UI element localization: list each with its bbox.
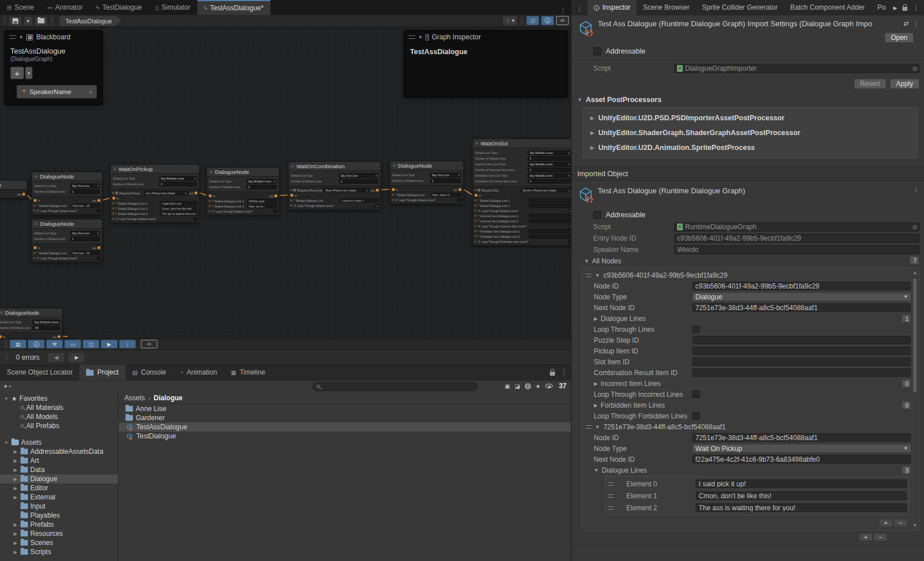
kebab-menu-icon[interactable]: ⋮: [561, 368, 568, 376]
field-value[interactable]: 7251e73e-38d3-44ff-a8c5-bcf54088aaf1: [692, 303, 911, 312]
field-port[interactable]: [34, 257, 35, 259]
tree-expand-icon[interactable]: ▶: [13, 477, 18, 482]
tree-item-all-materials[interactable]: All Materials: [0, 403, 118, 412]
tab-overflow[interactable]: Po: [871, 0, 892, 15]
drag-handle-icon[interactable]: [608, 482, 614, 486]
foldout-expand-icon[interactable]: ▶: [590, 130, 594, 136]
all-nodes-foldout[interactable]: ▼ All Nodes 7: [572, 255, 924, 266]
graph-node-wait-on-pickup[interactable]: ≡WaitOnPickupDefault Line TypeSay Multip…: [110, 164, 200, 223]
tab-scene-browser[interactable]: Scene Browser: [637, 0, 695, 15]
save-button[interactable]: [9, 17, 22, 26]
loop-checkbox[interactable]: [458, 198, 461, 202]
property-field[interactable]: 2: [246, 185, 277, 189]
field-value[interactable]: [692, 357, 911, 366]
bottom-tab-scene-object-locator[interactable]: Scene Object Locator: [0, 365, 79, 380]
property-field[interactable]: 1: [430, 178, 461, 183]
property-field[interactable]: -55: [33, 326, 60, 330]
asset-postprocessors-header[interactable]: ▼ Asset PostProcessors: [572, 92, 924, 106]
show-in-project-button[interactable]: [35, 17, 47, 26]
property-dropdown[interactable]: Say One Line▾: [70, 184, 100, 188]
object-field[interactable]: Bonfire (Pickup Item Data)⊙: [521, 188, 571, 192]
object-picker-icon[interactable]: ⊙: [568, 189, 570, 192]
collapse-arrow-icon[interactable]: ▼: [418, 35, 423, 40]
node-title-bar[interactable]: ≡DialogueNode: [390, 161, 463, 170]
line-text-field[interactable]: Nice, that's it!: [431, 193, 461, 197]
info-toggle-button[interactable]: i: [28, 340, 44, 348]
editor-tab-animator[interactable]: ↦Animator: [40, 0, 89, 15]
file-item-testassdialogue[interactable]: {}TestAssDialogue: [119, 422, 571, 432]
next-error-button[interactable]: ▶: [68, 352, 85, 363]
line-text-field[interactable]: Ohhhh yeah,: [247, 199, 277, 203]
wrench-toggle-button[interactable]: ⚒: [46, 340, 63, 348]
field-value[interactable]: [692, 336, 911, 344]
editor-tab-testassdialogue[interactable]: ϟTestAssDialogue*: [197, 0, 270, 15]
tree-item-all-prefabs[interactable]: All Prefabs: [0, 421, 118, 430]
drag-handle-icon[interactable]: [586, 425, 591, 429]
tree-collapse-icon[interactable]: ▼: [3, 440, 9, 445]
field-port[interactable]: [392, 199, 394, 201]
object-picker-icon[interactable]: ⊙: [913, 224, 917, 230]
tree-item-scenes[interactable]: ▶Scenes: [0, 538, 118, 547]
tree-item-data[interactable]: ▶Data: [0, 465, 118, 474]
panel-drag-handle-icon[interactable]: [408, 35, 415, 39]
line-text-field[interactable]: I said pick it up!: [160, 201, 197, 205]
scroll-up-icon[interactable]: ▲: [912, 270, 918, 275]
element-value[interactable]: I said pick it up!: [696, 479, 907, 488]
property-field[interactable]: 1: [70, 189, 100, 194]
line-text-field[interactable]: [529, 214, 571, 218]
remove-element-button[interactable]: −: [874, 533, 887, 541]
collapse-arrow-icon[interactable]: ▼: [19, 35, 23, 40]
script-field[interactable]: # DialogueGraphImporter ⊙: [674, 64, 919, 73]
presets-icon[interactable]: ⇄: [903, 20, 909, 28]
property-field[interactable]: 2: [528, 168, 571, 172]
add-element-button[interactable]: +: [879, 519, 893, 527]
unlock-icon[interactable]: [550, 372, 555, 376]
field-port[interactable]: [475, 189, 476, 191]
property-field[interactable]: 1: [339, 179, 378, 184]
field-port[interactable]: [290, 200, 292, 201]
panel-drag-handle-icon[interactable]: [9, 35, 16, 39]
node-title-bar[interactable]: ≡WaitOnCombination: [289, 162, 380, 171]
create-menu-button[interactable]: +▾: [3, 382, 11, 391]
kebab-menu-icon[interactable]: ⋮: [913, 185, 919, 193]
scroll-down-icon[interactable]: ▼: [912, 523, 918, 528]
tab-sprite-collider-generator[interactable]: Sprite Collider Generator: [696, 0, 784, 15]
foldout-expand-icon[interactable]: ▶: [590, 145, 594, 151]
loop-checkbox[interactable]: [97, 209, 100, 213]
postprocessor-item[interactable]: ▶UnityEditor.ShaderGraph.ShaderGraphAsse…: [583, 125, 918, 140]
node-collapse-icon[interactable]: ≡: [476, 139, 479, 148]
field-value[interactable]: [692, 368, 911, 377]
toolbar-drag-handle[interactable]: [3, 17, 6, 25]
favorite-search-icon[interactable]: ★: [536, 383, 541, 389]
node-entry-header[interactable]: ▼c93b5606-401f-49a2-99b5-9ecbf1fa9c29: [582, 270, 911, 280]
tree-item-playables[interactable]: Playables: [0, 511, 118, 520]
play-toggle-button[interactable]: ▶: [101, 340, 117, 348]
object-picker-icon[interactable]: ⊙: [185, 192, 187, 195]
field-value[interactable]: 7251e73e-38d3-44ff-a8c5-bcf54088aaf1: [692, 433, 911, 442]
field-port[interactable]: [475, 235, 476, 237]
kebab-menu-icon[interactable]: ⋮: [913, 4, 919, 12]
node-collapse-icon[interactable]: ≡: [210, 168, 213, 177]
all-nodes-count[interactable]: 7: [910, 256, 919, 265]
tree-item-scripts[interactable]: ▶Scripts: [0, 547, 118, 556]
output-port[interactable]: [459, 188, 461, 191]
field-value[interactable]: [692, 347, 911, 355]
blackboard-header[interactable]: ▼ ▦ Blackboard: [5, 31, 102, 43]
open-button[interactable]: Open: [885, 32, 914, 43]
tab-scroll-right-icon[interactable]: ▶: [893, 5, 897, 11]
node-collapse-icon[interactable]: ≡: [0, 308, 3, 318]
tree-item-all-models[interactable]: All Models: [0, 412, 118, 421]
object-picker-icon[interactable]: ⊙: [366, 189, 368, 192]
input-port[interactable]: [34, 199, 37, 202]
revert-button[interactable]: Revert: [854, 79, 886, 89]
field-value[interactable]: f22a475e-4c2f-41c6-9b73-6a83498abfe0: [692, 455, 911, 464]
tree-item-assets[interactable]: ▼Assets: [0, 438, 118, 447]
graph-node-dialogue-2[interactable]: ≡DialogueNodeDefault Line TypeSay Multip…: [206, 167, 279, 216]
field-port[interactable]: [475, 220, 476, 222]
addressable-checkbox[interactable]: [593, 211, 601, 219]
property-field[interactable]: 3: [159, 182, 197, 186]
field-port[interactable]: [475, 225, 476, 227]
property-dropdown[interactable]: Say One Line▾: [430, 173, 461, 177]
search-by-label-icon[interactable]: ◪: [514, 383, 520, 389]
loop-checkbox[interactable]: [97, 257, 100, 260]
